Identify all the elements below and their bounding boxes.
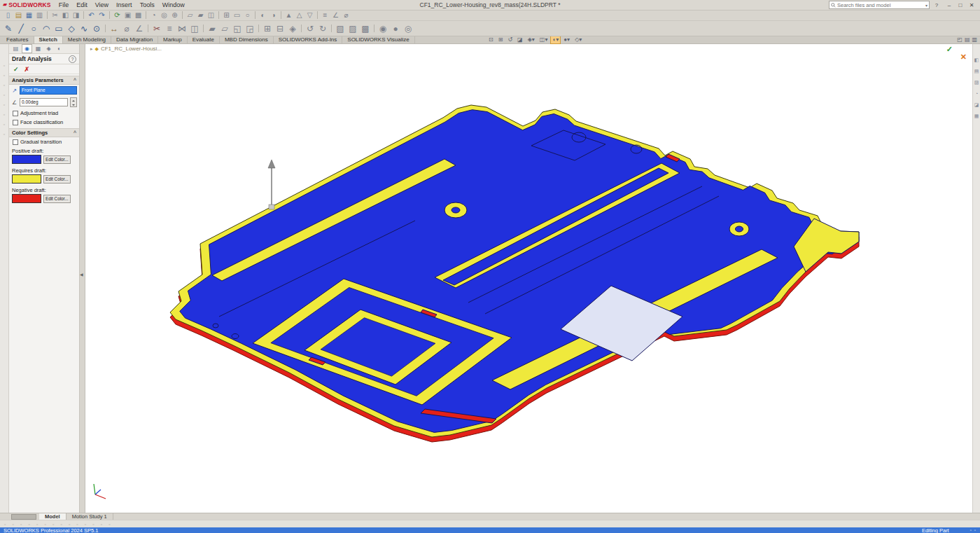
collapse-arrow-icon[interactable]: ◀: [80, 272, 83, 277]
toolbar-icon[interactable]: ◎: [402, 22, 414, 36]
ok-button[interactable]: ✓: [13, 66, 19, 73]
toolbar-icon[interactable]: ∠: [133, 22, 146, 36]
toolbar-icon[interactable]: ◈: [286, 22, 299, 36]
confirm-close-icon[interactable]: ✕: [960, 53, 967, 62]
command-tab[interactable]: Evaluate: [188, 36, 220, 43]
menu-item[interactable]: Tools: [136, 1, 158, 10]
command-tab[interactable]: MBD Dimensions: [220, 36, 274, 43]
toolbar-icon[interactable]: ▯: [3, 11, 13, 20]
command-tab[interactable]: Markup: [158, 36, 188, 43]
gradual-transition-checkbox[interactable]: Gradual transition: [9, 137, 79, 146]
toolbar-icon[interactable]: ⊞: [261, 22, 274, 36]
property-manager-tab[interactable]: ◈: [44, 45, 53, 53]
toolbar-icon[interactable]: ╱: [15, 22, 27, 36]
search-chevron-icon[interactable]: ▾: [925, 3, 927, 8]
toolbar-icon[interactable]: ⊕: [169, 11, 180, 20]
analysis-parameters-header[interactable]: Analysis Parameters ^: [9, 76, 79, 85]
toolbar-icon[interactable]: ⋈: [176, 22, 188, 36]
toolbar-icon[interactable]: ⊞: [221, 11, 232, 20]
graphics-viewport[interactable]: ▸ ◆ CF1_RC_Lower-Housi... ✓ ✕: [85, 43, 972, 513]
toolbar-icon[interactable]: ✎: [2, 22, 15, 36]
toolbar-icon[interactable]: [301, 25, 302, 32]
toolbar-icon[interactable]: [105, 25, 106, 32]
toolbar-icon[interactable]: ◐: [258, 11, 268, 20]
toolbar-icon[interactable]: [218, 11, 219, 19]
panel-splitter[interactable]: ◀: [80, 43, 85, 513]
face-classification-checkbox[interactable]: Face classification: [9, 118, 79, 127]
toolbar-icon[interactable]: ◱: [231, 22, 244, 36]
motion-filmstrip[interactable]: [11, 514, 36, 520]
toolbar-icon[interactable]: ▰: [206, 22, 218, 36]
toolbar-icon[interactable]: ▰: [195, 11, 206, 20]
command-tab[interactable]: Data Migration: [111, 36, 158, 43]
toolbar-icon[interactable]: [146, 11, 146, 19]
toolbar-icon[interactable]: [281, 11, 281, 19]
toolbar-icon[interactable]: ▤: [13, 11, 24, 20]
pane-toggle-icon[interactable]: ◰: [957, 36, 962, 43]
property-manager-tab[interactable]: ▤: [11, 45, 20, 53]
toolbar-icon[interactable]: [258, 25, 259, 32]
help-icon[interactable]: ?: [933, 2, 940, 8]
pane-toggle-icon[interactable]: ▥: [972, 36, 977, 43]
search-field[interactable]: [837, 2, 924, 8]
command-tab[interactable]: Mesh Modeling: [63, 36, 111, 43]
color-settings-header[interactable]: Color Settings ^: [9, 128, 79, 137]
toolbar-icon[interactable]: ▧: [334, 22, 346, 36]
edit-color-button[interactable]: Edit Color...: [43, 175, 71, 184]
toolbar-icon[interactable]: [47, 11, 48, 19]
toolbar-icon[interactable]: ◉: [377, 22, 389, 36]
toolbar-icon[interactable]: ◔: [148, 11, 159, 20]
direction-selection-field[interactable]: Front Plane: [20, 86, 77, 95]
draft-analysis-model[interactable]: [85, 43, 972, 513]
toolbar-icon[interactable]: [374, 25, 374, 32]
toolbar-icon[interactable]: [203, 25, 204, 32]
task-pane-icon[interactable]: ◔: [975, 91, 978, 97]
toolbar-icon[interactable]: ▫: [52, 522, 54, 527]
toolbar-icon[interactable]: ▫: [36, 522, 38, 527]
property-manager-tab[interactable]: ◉: [22, 44, 32, 53]
toolbar-icon[interactable]: [331, 25, 332, 32]
status-icon[interactable]: ▫: [974, 528, 976, 532]
toolbar-icon[interactable]: [83, 11, 84, 19]
heads-up-icon[interactable]: ◫▾: [538, 36, 550, 44]
edit-color-button[interactable]: Edit Color...: [43, 155, 71, 164]
draft-angle-field[interactable]: 0.00deg: [20, 98, 68, 106]
toolbar-icon[interactable]: [317, 11, 318, 19]
toolbar-icon[interactable]: ▣: [122, 11, 133, 20]
toolbar-icon[interactable]: ▫: [28, 522, 29, 527]
toolbar-icon[interactable]: ▩: [359, 22, 372, 36]
pane-toggle-icon[interactable]: ▤: [965, 36, 970, 43]
toolbar-icon[interactable]: ▫: [92, 522, 94, 527]
confirm-ok-icon[interactable]: ✓: [946, 45, 953, 54]
heads-up-icon[interactable]: ◐▾: [550, 36, 561, 44]
task-pane-icon[interactable]: ◪: [974, 102, 979, 108]
task-pane-icon[interactable]: ◧: [974, 57, 979, 63]
toolbar-icon[interactable]: ▫: [85, 522, 86, 527]
toolbar-icon[interactable]: ⊟: [274, 22, 286, 36]
toolbar-icon[interactable]: [182, 11, 183, 19]
command-tab[interactable]: Features: [1, 36, 34, 43]
tree-glyph-icon[interactable]: ▫: [4, 132, 5, 137]
toolbar-icon[interactable]: ▦: [24, 11, 34, 20]
edit-color-button[interactable]: Edit Color...: [43, 195, 71, 203]
toolbar-icon[interactable]: ≡: [320, 11, 330, 20]
toolbar-icon[interactable]: ▫: [4, 522, 6, 527]
breadcrumb[interactable]: ▸ ◆ CF1_RC_Lower-Housi...: [90, 46, 162, 52]
adjustment-triad-checkbox[interactable]: Adjustment triad: [9, 109, 79, 118]
toolbar-icon[interactable]: ▫: [44, 522, 46, 527]
tree-glyph-icon[interactable]: ▫: [4, 73, 5, 78]
toolbar-icon[interactable]: [109, 11, 110, 19]
toolbar-icon[interactable]: ▱: [185, 11, 195, 20]
property-manager-tab[interactable]: ◐: [55, 45, 64, 53]
tree-glyph-icon[interactable]: ▫: [4, 83, 5, 88]
toolbar-icon[interactable]: ▩: [133, 11, 144, 20]
toolbar-icon[interactable]: ↔: [108, 22, 120, 36]
tree-glyph-icon[interactable]: ▫: [4, 92, 5, 97]
toolbar-icon[interactable]: ▫: [20, 522, 22, 527]
cancel-button[interactable]: ✗: [24, 66, 30, 73]
toolbar-icon[interactable]: ▫: [108, 522, 110, 527]
window-button[interactable]: □: [955, 1, 966, 10]
window-button[interactable]: –: [944, 1, 955, 10]
toolbar-icon[interactable]: ▫: [76, 522, 78, 527]
search-input[interactable]: ▾: [829, 1, 930, 9]
